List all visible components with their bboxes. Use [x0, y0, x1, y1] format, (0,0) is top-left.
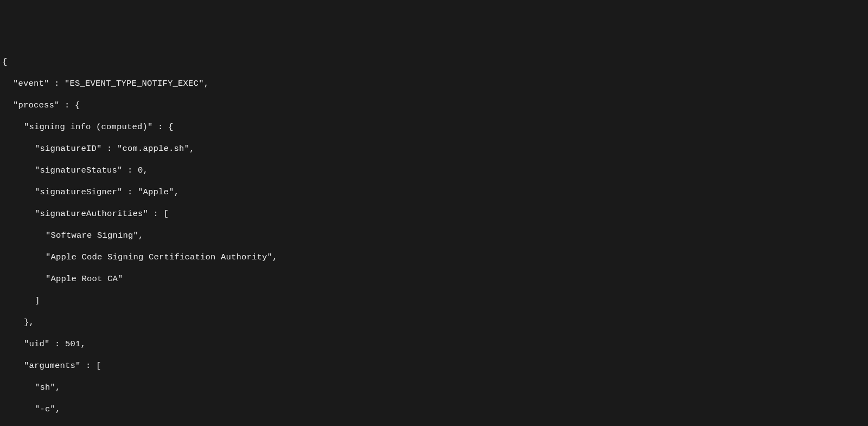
json-output: { "event" : "ES_EVENT_TYPE_NOTIFY_EXEC",… [2, 46, 868, 426]
json-line: "-c", [2, 404, 868, 415]
json-line: "signatureAuthorities" : [ [2, 208, 868, 219]
json-line: "process" : { [2, 100, 868, 111]
json-line: "event" : "ES_EVENT_TYPE_NOTIFY_EXEC", [2, 78, 868, 89]
json-line: "sh", [2, 382, 868, 393]
json-line: "Apple Root CA" [2, 274, 868, 284]
json-line: "signatureID" : "com.apple.sh", [2, 143, 868, 154]
json-line: "Apple Code Signing Certification Author… [2, 252, 868, 263]
json-line: "Software Signing", [2, 230, 868, 241]
json-line: "signatureStatus" : 0, [2, 165, 868, 176]
json-line: "signing info (computed)" : { [2, 122, 868, 132]
json-line: { [2, 56, 868, 67]
json-line: "uid" : 501, [2, 339, 868, 349]
json-line: "signatureSigner" : "Apple", [2, 187, 868, 198]
json-line: ] [2, 295, 868, 306]
json-line: "arguments" : [ [2, 360, 868, 371]
json-line: }, [2, 317, 868, 328]
